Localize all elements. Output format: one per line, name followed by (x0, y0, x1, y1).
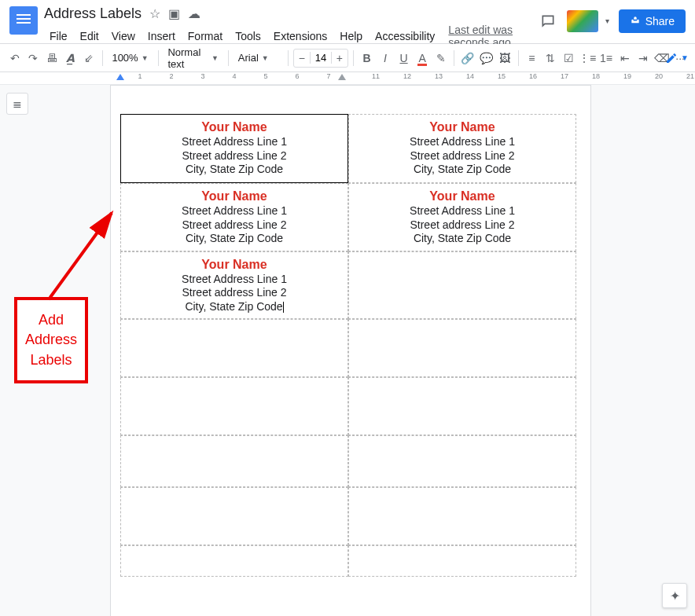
zoom-dropdown[interactable]: 100%▼ (107, 48, 153, 68)
label-cell-6-1[interactable] (120, 435, 348, 487)
redo-button[interactable]: ↷ (25, 48, 42, 68)
svg-line-0 (49, 213, 112, 299)
label-cell-6-2[interactable] (348, 435, 576, 487)
paint-format-button[interactable]: ⇙ (80, 48, 97, 68)
menu-edit[interactable]: Edit (75, 28, 105, 44)
label-line1: Street Address Line 1 (121, 273, 348, 287)
label-line2: Street address Line 2 (121, 218, 348, 233)
print-button[interactable]: 🖶 (43, 48, 61, 68)
label-name: Your Name (121, 257, 348, 273)
increase-indent-button[interactable]: ⇥ (634, 48, 652, 68)
separator (102, 50, 103, 66)
separator (518, 50, 519, 66)
checklist-button[interactable]: ☑ (561, 48, 578, 68)
document-area: ≣ Your Name Street Address Line 1 Street… (0, 85, 695, 616)
label-line3: City, State Zip Code (349, 163, 575, 177)
label-cell-5-2[interactable] (348, 377, 576, 435)
label-cell-2-1[interactable]: Your Name Street Address Line 1 Street a… (120, 183, 348, 251)
italic-button[interactable]: I (377, 48, 394, 68)
font-size-group: − 14 + (293, 49, 348, 68)
document-title[interactable]: Address Labels (44, 6, 142, 22)
header-right: Share (539, 9, 686, 33)
label-line1: Street Address Line 1 (121, 135, 348, 149)
font-size-increase[interactable]: + (332, 52, 348, 64)
menu-view[interactable]: View (106, 28, 141, 44)
label-cell-7-2[interactable] (348, 487, 576, 545)
label-cell-4-1[interactable] (120, 319, 348, 377)
label-line1: Street Address Line 1 (349, 204, 575, 218)
separator (228, 50, 229, 66)
bulleted-list-button[interactable]: ⋮≡ (579, 48, 596, 68)
label-cell-3-1[interactable]: Your Name Street Address Line 1 Street a… (120, 251, 348, 320)
title-area: Address Labels ☆ ▣ ☁ File Edit View Inse… (44, 5, 539, 49)
toolbar: ↶ ↷ 🖶 A̲ ⇙ 100%▼ Normal text▼ Arial▼ − 1… (0, 44, 695, 72)
label-name: Your Name (349, 189, 575, 204)
label-name: Your Name (121, 189, 348, 204)
annotation-callout: Add Address Labels (14, 297, 88, 383)
menu-help[interactable]: Help (334, 28, 368, 44)
underline-button[interactable]: U (395, 48, 413, 68)
label-cell-8-1[interactable] (120, 545, 348, 577)
page[interactable]: Your Name Street Address Line 1 Street a… (110, 85, 591, 616)
menu-insert[interactable]: Insert (142, 28, 181, 44)
label-name: Your Name (121, 119, 348, 135)
comment-history-icon[interactable] (539, 12, 557, 31)
label-cell-4-2[interactable] (348, 319, 576, 377)
label-line3: City, State Zip Code (349, 232, 575, 246)
label-name: Your Name (349, 119, 575, 135)
menu-accessibility[interactable]: Accessibility (370, 28, 440, 44)
label-cell-1-2[interactable]: Your Name Street Address Line 1 Street a… (348, 114, 576, 183)
menu-tools[interactable]: Tools (230, 28, 267, 44)
menu-format[interactable]: Format (182, 28, 228, 44)
separator (158, 50, 159, 66)
highlight-button[interactable]: ✎ (432, 48, 450, 68)
share-button[interactable]: Share (619, 9, 686, 33)
menu-file[interactable]: File (44, 28, 73, 44)
horizontal-ruler[interactable]: 12345671112131415161718192021 (0, 72, 695, 85)
star-icon[interactable]: ☆ (149, 6, 160, 21)
label-cell-3-2[interactable] (348, 251, 576, 320)
insert-image-button[interactable]: 🖼 (496, 48, 513, 68)
separator (353, 50, 354, 66)
menu-extensions[interactable]: Extensions (268, 28, 333, 44)
separator (288, 50, 289, 66)
move-icon[interactable]: ▣ (168, 6, 180, 21)
numbered-list-button[interactable]: 1≡ (598, 48, 615, 68)
label-line3: City, State Zip Code (121, 300, 348, 314)
align-button[interactable]: ≡ (524, 48, 541, 68)
text-color-button[interactable]: A (414, 48, 431, 68)
line-spacing-button[interactable]: ⇅ (542, 48, 559, 68)
label-table: Your Name Street Address Line 1 Street a… (111, 86, 590, 586)
label-line2: Street address Line 2 (121, 286, 348, 300)
label-line2: Street address Line 2 (349, 218, 575, 233)
font-dropdown[interactable]: Arial▼ (234, 48, 283, 68)
outline-toggle-icon[interactable]: ≣ (6, 93, 28, 115)
label-cell-8-2[interactable] (348, 545, 576, 577)
spellcheck-button[interactable]: A̲ (62, 48, 79, 68)
share-label: Share (645, 15, 675, 28)
label-cell-1-1[interactable]: Your Name Street Address Line 1 Street a… (120, 114, 348, 183)
separator (454, 50, 454, 66)
editing-mode-button[interactable]: ▼ (665, 52, 689, 64)
undo-button[interactable]: ↶ (6, 48, 24, 68)
paragraph-style-dropdown[interactable]: Normal text▼ (163, 48, 223, 68)
bold-button[interactable]: B (359, 48, 376, 68)
label-line1: Street Address Line 1 (121, 204, 348, 218)
label-cell-2-2[interactable]: Your Name Street Address Line 1 Street a… (348, 183, 576, 251)
explore-button[interactable]: ✦ (662, 583, 687, 608)
font-size-input[interactable]: 14 (310, 52, 332, 64)
insert-link-button[interactable]: 🔗 (459, 48, 476, 68)
decrease-indent-button[interactable]: ⇤ (616, 48, 634, 68)
font-size-decrease[interactable]: − (294, 52, 310, 64)
docs-logo-icon[interactable] (9, 6, 38, 35)
insert-comment-button[interactable]: 💬 (478, 48, 495, 68)
cloud-status-icon[interactable]: ☁ (188, 6, 200, 21)
meet-icon[interactable] (567, 10, 598, 32)
label-line2: Street address Line 2 (121, 149, 348, 163)
annotation-arrow-icon (49, 201, 120, 303)
label-line3: City, State Zip Code (121, 163, 348, 177)
label-cell-5-1[interactable] (120, 377, 348, 435)
label-line2: Street address Line 2 (349, 149, 575, 163)
label-cell-7-1[interactable] (120, 487, 348, 545)
app-header: Address Labels ☆ ▣ ☁ File Edit View Inse… (0, 0, 695, 44)
